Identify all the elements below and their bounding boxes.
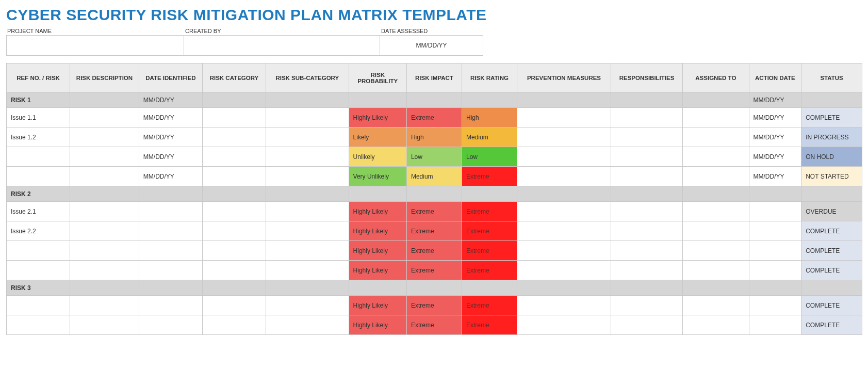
date-assessed-input[interactable]: MM/DD/YY — [380, 35, 483, 56]
cell-rating[interactable]: Extreme — [462, 296, 517, 315]
cell-dateid[interactable] — [139, 202, 202, 221]
cell-prev[interactable] — [517, 147, 611, 167]
cell-subcat[interactable] — [266, 261, 349, 280]
cell-rating[interactable]: Medium — [462, 127, 517, 147]
cell-rating[interactable]: Extreme — [462, 202, 517, 221]
cell-impact[interactable]: Extreme — [406, 202, 462, 221]
cell-action[interactable] — [749, 221, 801, 241]
cell-assign[interactable] — [683, 261, 749, 280]
cell-resp[interactable] — [611, 127, 682, 147]
cell-dateid[interactable] — [139, 315, 202, 335]
cell-rating[interactable]: Low — [462, 147, 517, 167]
cell-resp[interactable] — [611, 147, 682, 167]
cell-desc[interactable] — [70, 167, 139, 186]
cell-prob[interactable]: Highly Likely — [349, 315, 406, 335]
cell-cat[interactable] — [202, 202, 266, 221]
cell-action[interactable] — [749, 261, 801, 280]
cell-prev[interactable] — [517, 315, 611, 335]
cell-prob[interactable]: Highly Likely — [349, 221, 406, 241]
cell-action[interactable] — [749, 202, 801, 221]
cell-assign[interactable] — [683, 241, 749, 261]
cell-status[interactable]: COMPLETE — [801, 221, 862, 241]
cell-prev[interactable] — [517, 296, 611, 315]
cell-desc[interactable] — [70, 202, 139, 221]
cell-cat[interactable] — [202, 315, 266, 335]
cell-subcat[interactable] — [266, 241, 349, 261]
cell-dateid[interactable]: MM/DD/YY — [139, 167, 202, 186]
cell-prob[interactable]: Highly Likely — [349, 261, 406, 280]
cell-cat[interactable] — [202, 221, 266, 241]
cell-action[interactable]: MM/DD/YY — [749, 147, 801, 167]
cell-resp[interactable] — [611, 202, 682, 221]
cell-action[interactable] — [749, 241, 801, 261]
cell-status[interactable]: COMPLETE — [801, 241, 862, 261]
cell-assign[interactable] — [683, 202, 749, 221]
cell-subcat[interactable] — [266, 147, 349, 167]
cell-resp[interactable] — [611, 241, 682, 261]
cell-rating[interactable]: Extreme — [462, 167, 517, 186]
cell-prev[interactable] — [517, 221, 611, 241]
cell-assign[interactable] — [683, 167, 749, 186]
cell-dateid[interactable]: MM/DD/YY — [139, 147, 202, 167]
cell-dateid[interactable] — [139, 241, 202, 261]
cell-prev[interactable] — [517, 127, 611, 147]
cell-status[interactable]: ON HOLD — [801, 147, 862, 167]
cell-impact[interactable]: Extreme — [406, 296, 462, 315]
cell-desc[interactable] — [70, 315, 139, 335]
cell-prev[interactable] — [517, 108, 611, 127]
cell-status[interactable]: COMPLETE — [801, 315, 862, 335]
cell-cat[interactable] — [202, 127, 266, 147]
cell-impact[interactable]: Extreme — [406, 315, 462, 335]
cell-prev[interactable] — [517, 261, 611, 280]
cell-desc[interactable] — [70, 296, 139, 315]
cell-cat[interactable] — [202, 261, 266, 280]
cell-status[interactable]: COMPLETE — [801, 296, 862, 315]
cell-resp[interactable] — [611, 296, 682, 315]
cell-desc[interactable] — [70, 127, 139, 147]
cell-cat[interactable] — [202, 147, 266, 167]
cell-dateid[interactable]: MM/DD/YY — [139, 108, 202, 127]
created-by-input[interactable] — [184, 35, 380, 56]
cell-resp[interactable] — [611, 221, 682, 241]
cell-rating[interactable]: Extreme — [462, 221, 517, 241]
cell-action[interactable]: MM/DD/YY — [749, 167, 801, 186]
cell-status[interactable]: IN PROGRESS — [801, 127, 862, 147]
cell-resp[interactable] — [611, 261, 682, 280]
cell-desc[interactable] — [70, 147, 139, 167]
cell-cat[interactable] — [202, 167, 266, 186]
cell-prev[interactable] — [517, 167, 611, 186]
cell-assign[interactable] — [683, 296, 749, 315]
cell-dateid[interactable] — [139, 221, 202, 241]
cell-assign[interactable] — [683, 315, 749, 335]
cell-desc[interactable] — [70, 108, 139, 127]
cell-dateid[interactable] — [139, 296, 202, 315]
cell-dateid[interactable] — [139, 261, 202, 280]
cell-subcat[interactable] — [266, 108, 349, 127]
cell-impact[interactable]: Medium — [406, 167, 462, 186]
cell-assign[interactable] — [683, 147, 749, 167]
cell-prob[interactable]: Likely — [349, 127, 406, 147]
cell-impact[interactable]: Low — [406, 147, 462, 167]
cell-subcat[interactable] — [266, 202, 349, 221]
cell-subcat[interactable] — [266, 221, 349, 241]
cell-dateid[interactable]: MM/DD/YY — [139, 127, 202, 147]
cell-impact[interactable]: High — [406, 127, 462, 147]
cell-rating[interactable]: Extreme — [462, 315, 517, 335]
cell-resp[interactable] — [611, 167, 682, 186]
cell-prob[interactable]: Highly Likely — [349, 202, 406, 221]
cell-status[interactable]: OVERDUE — [801, 202, 862, 221]
cell-prob[interactable]: Highly Likely — [349, 108, 406, 127]
cell-desc[interactable] — [70, 241, 139, 261]
cell-rating[interactable]: High — [462, 108, 517, 127]
cell-action[interactable]: MM/DD/YY — [749, 108, 801, 127]
cell-desc[interactable] — [70, 221, 139, 241]
cell-action[interactable] — [749, 296, 801, 315]
cell-assign[interactable] — [683, 127, 749, 147]
cell-impact[interactable]: Extreme — [406, 241, 462, 261]
cell-rating[interactable]: Extreme — [462, 241, 517, 261]
cell-assign[interactable] — [683, 108, 749, 127]
cell-prev[interactable] — [517, 202, 611, 221]
cell-desc[interactable] — [70, 261, 139, 280]
cell-prob[interactable]: Highly Likely — [349, 296, 406, 315]
cell-status[interactable]: NOT STARTED — [801, 167, 862, 186]
